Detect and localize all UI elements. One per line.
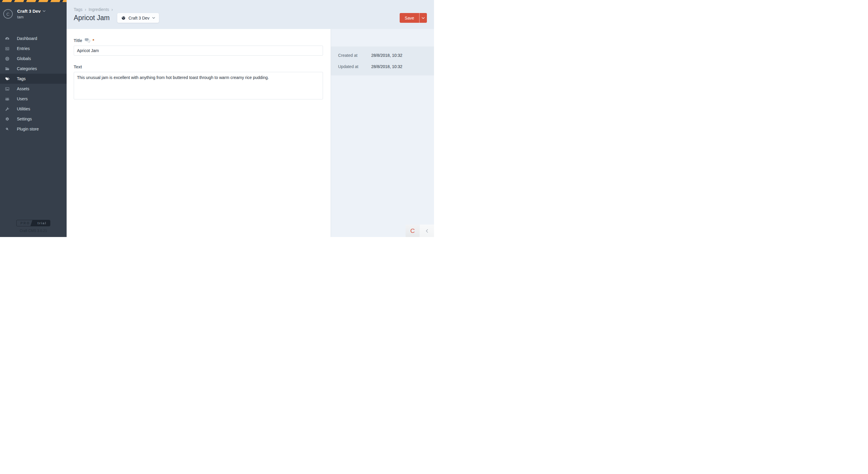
sidebar-item-label: Plugin store	[17, 127, 39, 131]
sidebar-item-label: Users	[17, 96, 28, 101]
chevron-down-icon	[422, 17, 425, 19]
breadcrumb-separator: ›	[112, 7, 113, 12]
globe-icon	[4, 56, 10, 61]
username: tam	[17, 15, 45, 19]
sidebar-item-settings[interactable]: Settings	[0, 114, 67, 124]
sidebar-item-label: Settings	[17, 117, 32, 121]
plug-icon	[4, 127, 10, 132]
page-header: Tags › Ingredients › Apricot Jam Craft 3…	[67, 0, 434, 29]
sidebar-item-globals[interactable]: Globals	[0, 54, 67, 64]
site-switcher-label: Craft 3 Dev	[128, 16, 150, 21]
site-name: Craft 3 Dev	[17, 8, 40, 13]
sidebar-nav: Dashboard Entries Globals Categories Tag…	[0, 33, 67, 134]
sidebar-footer: PRO trial Craft CMS 3.0.21	[0, 220, 67, 233]
sidebar-item-categories[interactable]: Categories	[0, 64, 67, 74]
save-button-group: Save	[400, 13, 427, 23]
save-button[interactable]: Save	[400, 13, 419, 23]
chevron-down-icon	[152, 17, 155, 19]
meta-row-updated: Updated at 28/8/2018, 10:32	[331, 61, 434, 72]
sidebar-item-label: Utilities	[17, 106, 30, 111]
breadcrumb-item-tags[interactable]: Tags	[74, 7, 83, 12]
sidebar-item-label: Tags	[17, 76, 26, 81]
page-title: Apricot Jam	[74, 14, 110, 22]
meta-box: Created at 28/8/2018, 10:32 Updated at 2…	[331, 46, 434, 75]
save-menu-button[interactable]	[419, 13, 427, 23]
title-label: Title	[74, 38, 82, 43]
meta-label: Created at	[338, 53, 371, 58]
craft-footer-button[interactable]: C	[406, 225, 420, 237]
sidebar-item-label: Categories	[17, 66, 37, 71]
footer-widgets: C	[406, 225, 434, 237]
text-input[interactable]: This unusual jam is excellent with anyth…	[74, 72, 323, 99]
text-label: Text	[74, 64, 82, 69]
meta-value: 28/8/2018, 10:32	[371, 53, 402, 58]
newspaper-icon	[4, 46, 10, 51]
tags-icon	[4, 76, 10, 82]
title-field: Title *	[74, 38, 323, 56]
site-switcher-button[interactable]: Craft 3 Dev	[117, 13, 159, 23]
edit-form: Title * Text This unusual jam is excelle…	[67, 29, 331, 237]
meta-label: Updated at	[338, 64, 371, 69]
trial-hazard-stripe	[0, 0, 67, 2]
main-area: Tags › Ingredients › Apricot Jam Craft 3…	[67, 0, 434, 237]
title-input[interactable]	[74, 45, 323, 56]
wrench-icon	[4, 106, 10, 112]
text-field: Text This unusual jam is excellent with …	[74, 64, 323, 101]
sidebar-item-label: Globals	[17, 56, 31, 61]
breadcrumb: Tags › Ingredients ›	[74, 7, 113, 12]
version-label: Craft CMS 3.0.21	[0, 229, 67, 233]
sidebar-item-label: Entries	[17, 46, 30, 51]
gear-icon	[4, 117, 10, 122]
sidebar-item-label: Assets	[17, 86, 29, 91]
chevron-down-icon	[43, 10, 45, 12]
edition-badge[interactable]: PRO trial	[16, 220, 50, 226]
craft-logo-letter: C	[6, 11, 10, 17]
image-icon	[4, 86, 10, 91]
sidebar-item-dashboard[interactable]: Dashboard	[0, 33, 67, 43]
breadcrumb-separator: ›	[85, 7, 87, 12]
sidebar: C Craft 3 Dev tam Dashboard Entries	[0, 0, 67, 237]
trial-label: trial	[38, 221, 46, 225]
gauge-icon	[4, 36, 10, 41]
sidebar-site-menu[interactable]: C Craft 3 Dev tam	[0, 2, 67, 25]
craft-logo: C	[3, 9, 13, 19]
meta-row-created: Created at 28/8/2018, 10:32	[331, 50, 434, 61]
sidebar-item-assets[interactable]: Assets	[0, 84, 67, 94]
collapse-button[interactable]	[420, 225, 434, 237]
users-icon	[4, 96, 10, 101]
required-asterisk: *	[93, 38, 94, 42]
sidebar-item-users[interactable]: Users	[0, 94, 67, 104]
folder-open-icon	[4, 66, 10, 71]
craft-logo-letter: C	[410, 227, 415, 234]
translatable-icon	[84, 38, 91, 43]
sidebar-item-plugin-store[interactable]: Plugin store	[0, 124, 67, 134]
meta-value: 28/8/2018, 10:32	[371, 64, 402, 69]
breadcrumb-item-ingredients[interactable]: Ingredients	[89, 7, 109, 12]
chevron-left-icon	[426, 229, 428, 233]
sidebar-item-tags[interactable]: Tags	[0, 74, 67, 84]
globe-icon	[121, 16, 126, 21]
sidebar-item-entries[interactable]: Entries	[0, 43, 67, 54]
sidebar-item-label: Dashboard	[17, 36, 37, 41]
sidebar-item-utilities[interactable]: Utilities	[0, 104, 67, 114]
details-panel: Created at 28/8/2018, 10:32 Updated at 2…	[331, 29, 434, 237]
